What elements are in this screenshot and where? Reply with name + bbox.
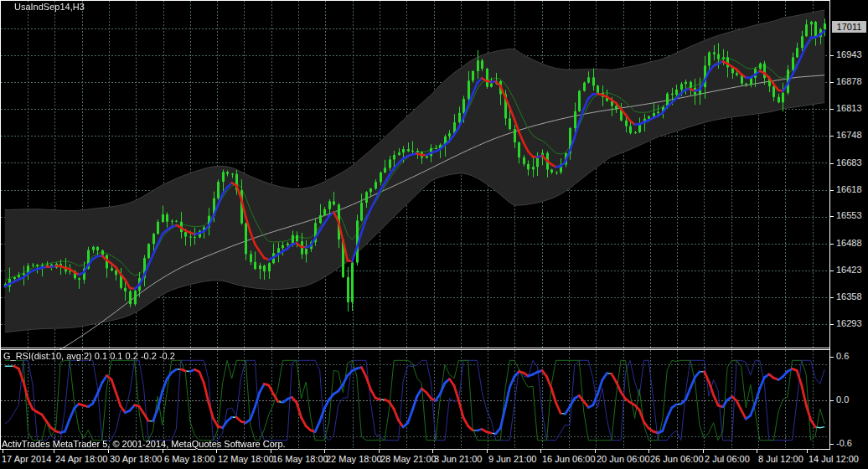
time-axis-label: 28 May 21:00 — [380, 454, 437, 464]
time-tick — [163, 450, 163, 453]
time-axis-label: 17 Apr 2014 — [2, 454, 51, 464]
price-tick — [830, 297, 834, 298]
price-tick — [830, 324, 834, 325]
indicator-tick — [830, 400, 834, 401]
indicator-chart-canvas[interactable] — [0, 349, 829, 450]
indicator-axis-label: 0.6 — [836, 351, 849, 362]
price-tick — [830, 190, 834, 191]
price-tick — [830, 136, 834, 137]
time-tick — [540, 450, 541, 453]
indicator-axis-label: -0.6 — [836, 438, 852, 449]
price-tick — [830, 163, 834, 164]
mt5-chart-window: UsaIndSep14,H3 G_RSI(dist:10, avg:2) 0.1… — [0, 0, 868, 469]
chart-symbol-title: UsaIndSep14,H3 — [14, 2, 85, 12]
time-tick — [54, 450, 54, 453]
indicator-values: 0.1 0.1 0.2 -0.2 -0.2 — [95, 351, 175, 361]
price-axis[interactable]: 17011 1694316878168131674816683166181655… — [829, 0, 868, 450]
price-axis-label: 16423 — [836, 265, 862, 276]
time-tick — [807, 450, 808, 453]
price-tick — [830, 271, 834, 271]
time-axis-label: 8 Jul 12:00 — [758, 454, 803, 464]
price-tick — [830, 109, 834, 110]
indicator-name: G_RSI(dist:10, avg:2) — [3, 351, 92, 361]
status-copyright: ActivTrades MetaTrader 5, © 2001-2014, M… — [2, 439, 286, 449]
price-axis-label: 16358 — [836, 291, 862, 302]
indicator-header: G_RSI(dist:10, avg:2) 0.1 0.1 0.2 -0.2 -… — [3, 351, 175, 361]
time-tick — [703, 450, 704, 453]
time-axis-label: 9 Jun 21:00 — [488, 454, 537, 464]
time-axis-label: 22 May 18:00 — [326, 454, 382, 464]
time-axis-label: 12 May 18:00 — [218, 454, 274, 464]
time-axis-label: 2 Jul 06:00 — [705, 454, 750, 464]
main-chart-canvas[interactable] — [0, 0, 829, 349]
time-tick — [324, 450, 325, 453]
price-axis-label: 16683 — [836, 157, 862, 168]
time-tick — [3, 450, 3, 453]
indicator-tick — [830, 444, 834, 445]
time-tick — [108, 450, 109, 453]
indicator-tick — [830, 357, 834, 358]
price-axis-label: 16878 — [836, 76, 862, 87]
price-axis-label: 16943 — [836, 49, 862, 60]
current-price-tag: 17011 — [832, 21, 866, 33]
price-tick — [830, 82, 834, 83]
time-axis[interactable]: 17 Apr 201424 Apr 18:0030 Apr 18:006 May… — [0, 450, 868, 469]
time-tick — [271, 450, 271, 453]
price-tick — [830, 55, 834, 56]
time-tick — [487, 450, 488, 453]
time-axis-label: 20 Jun 06:00 — [597, 454, 650, 464]
time-tick — [432, 450, 433, 453]
time-tick — [595, 450, 596, 453]
time-axis-label: 26 Jun 06:00 — [650, 454, 704, 464]
price-axis-label: 16553 — [836, 210, 862, 221]
time-tick — [216, 450, 217, 453]
time-axis-label: 14 Jul 12:00 — [809, 454, 859, 464]
time-axis-label: 6 May 18:00 — [164, 454, 215, 464]
price-tick — [830, 216, 834, 217]
time-axis-label: 3 Jun 21:00 — [434, 454, 483, 464]
price-axis-label: 16293 — [836, 318, 862, 329]
price-axis-label: 16618 — [836, 184, 862, 195]
price-tick — [830, 244, 834, 245]
time-tick — [648, 450, 649, 453]
time-axis-label: 16 May 18:00 — [272, 454, 328, 464]
time-axis-label: 16 Jun 06:00 — [542, 454, 596, 464]
price-axis-label: 16748 — [836, 130, 862, 141]
price-axis-label: 16488 — [836, 238, 862, 249]
time-tick — [757, 450, 757, 453]
time-axis-label: 24 Apr 18:00 — [55, 454, 107, 464]
time-axis-label: 30 Apr 18:00 — [110, 454, 162, 464]
price-axis-label: 16813 — [836, 103, 862, 114]
indicator-axis-label: 0.0 — [836, 394, 849, 405]
time-tick — [379, 450, 380, 453]
